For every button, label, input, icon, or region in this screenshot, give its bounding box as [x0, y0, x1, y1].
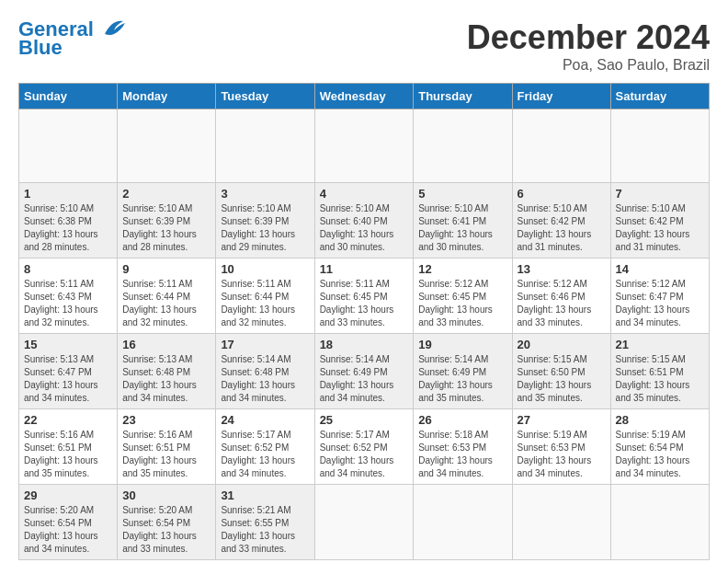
calendar-cell — [314, 109, 414, 183]
calendar-cell: 23Sunrise: 5:16 AM Sunset: 6:51 PM Dayli… — [118, 409, 216, 485]
calendar-cell — [414, 109, 512, 183]
calendar-cell: 27Sunrise: 5:19 AM Sunset: 6:53 PM Dayli… — [512, 409, 610, 485]
col-saturday: Saturday — [610, 84, 709, 109]
calendar-cell: 10Sunrise: 5:11 AM Sunset: 6:44 PM Dayli… — [216, 259, 314, 334]
day-number: 31 — [221, 488, 309, 502]
day-info: Sunrise: 5:10 AM Sunset: 6:39 PM Dayligh… — [221, 202, 309, 254]
logo-blue: Blue — [18, 37, 63, 59]
calendar-cell: 29Sunrise: 5:20 AM Sunset: 6:54 PM Dayli… — [19, 485, 118, 560]
day-info: Sunrise: 5:21 AM Sunset: 6:55 PM Dayligh… — [221, 504, 309, 556]
calendar-cell: 19Sunrise: 5:14 AM Sunset: 6:49 PM Dayli… — [414, 334, 512, 409]
day-number: 11 — [320, 262, 409, 276]
day-info: Sunrise: 5:18 AM Sunset: 6:53 PM Dayligh… — [418, 429, 506, 480]
calendar-cell: 1Sunrise: 5:10 AM Sunset: 6:38 PM Daylig… — [19, 183, 118, 259]
day-number: 30 — [122, 488, 210, 502]
calendar-week-row: 22Sunrise: 5:16 AM Sunset: 6:51 PM Dayli… — [19, 409, 710, 485]
day-number: 13 — [518, 262, 606, 276]
day-info: Sunrise: 5:12 AM Sunset: 6:45 PM Dayligh… — [418, 278, 506, 329]
day-info: Sunrise: 5:19 AM Sunset: 6:54 PM Dayligh… — [616, 429, 704, 480]
day-number: 19 — [418, 338, 506, 351]
calendar-cell — [610, 485, 709, 560]
col-monday: Monday — [118, 84, 216, 109]
day-number: 9 — [122, 262, 210, 276]
calendar-cell — [512, 485, 610, 560]
day-info: Sunrise: 5:11 AM Sunset: 6:44 PM Dayligh… — [221, 278, 309, 329]
day-number: 1 — [24, 187, 112, 201]
day-info: Sunrise: 5:12 AM Sunset: 6:47 PM Dayligh… — [616, 278, 704, 329]
day-info: Sunrise: 5:10 AM Sunset: 6:40 PM Dayligh… — [320, 202, 409, 254]
day-number: 10 — [221, 262, 309, 276]
day-info: Sunrise: 5:17 AM Sunset: 6:52 PM Dayligh… — [221, 429, 309, 480]
calendar-cell: 7Sunrise: 5:10 AM Sunset: 6:42 PM Daylig… — [610, 183, 709, 259]
day-number: 21 — [616, 338, 704, 351]
day-number: 2 — [122, 187, 210, 201]
day-number: 16 — [122, 338, 210, 351]
calendar-cell: 13Sunrise: 5:12 AM Sunset: 6:46 PM Dayli… — [512, 259, 610, 334]
day-number: 12 — [418, 262, 506, 276]
calendar-cell: 30Sunrise: 5:20 AM Sunset: 6:54 PM Dayli… — [118, 485, 216, 560]
calendar-cell: 18Sunrise: 5:14 AM Sunset: 6:49 PM Dayli… — [314, 334, 414, 409]
page-subtitle: Poa, Sao Paulo, Brazil — [467, 57, 710, 74]
day-number: 8 — [24, 262, 112, 276]
calendar-cell: 20Sunrise: 5:15 AM Sunset: 6:50 PM Dayli… — [512, 334, 610, 409]
calendar-week-row — [19, 109, 710, 183]
calendar-week-row: 8Sunrise: 5:11 AM Sunset: 6:43 PM Daylig… — [19, 259, 710, 334]
day-number: 22 — [24, 413, 112, 427]
calendar-cell — [314, 485, 414, 560]
calendar-week-row: 1Sunrise: 5:10 AM Sunset: 6:38 PM Daylig… — [19, 183, 710, 259]
day-number: 20 — [518, 338, 606, 351]
day-number: 17 — [221, 338, 309, 351]
day-number: 27 — [518, 413, 606, 427]
day-info: Sunrise: 5:13 AM Sunset: 6:48 PM Dayligh… — [122, 353, 210, 405]
col-friday: Friday — [512, 84, 610, 109]
calendar-cell: 26Sunrise: 5:18 AM Sunset: 6:53 PM Dayli… — [414, 409, 512, 485]
calendar-cell — [19, 109, 118, 183]
calendar-cell: 12Sunrise: 5:12 AM Sunset: 6:45 PM Dayli… — [414, 259, 512, 334]
col-sunday: Sunday — [19, 84, 118, 109]
day-info: Sunrise: 5:10 AM Sunset: 6:42 PM Dayligh… — [616, 202, 704, 254]
day-info: Sunrise: 5:14 AM Sunset: 6:49 PM Dayligh… — [418, 353, 506, 405]
day-number: 24 — [221, 413, 309, 427]
day-info: Sunrise: 5:11 AM Sunset: 6:45 PM Dayligh… — [320, 278, 409, 329]
day-info: Sunrise: 5:17 AM Sunset: 6:52 PM Dayligh… — [320, 429, 409, 480]
calendar-cell: 31Sunrise: 5:21 AM Sunset: 6:55 PM Dayli… — [216, 485, 314, 560]
day-info: Sunrise: 5:10 AM Sunset: 6:38 PM Dayligh… — [24, 202, 112, 254]
calendar-cell: 5Sunrise: 5:10 AM Sunset: 6:41 PM Daylig… — [414, 183, 512, 259]
title-block: December 2024 Poa, Sao Paulo, Brazil — [467, 18, 710, 74]
day-info: Sunrise: 5:20 AM Sunset: 6:54 PM Dayligh… — [122, 504, 210, 556]
day-info: Sunrise: 5:11 AM Sunset: 6:43 PM Dayligh… — [24, 278, 112, 329]
calendar-cell: 9Sunrise: 5:11 AM Sunset: 6:44 PM Daylig… — [118, 259, 216, 334]
day-info: Sunrise: 5:13 AM Sunset: 6:47 PM Dayligh… — [24, 353, 112, 405]
calendar-cell: 25Sunrise: 5:17 AM Sunset: 6:52 PM Dayli… — [314, 409, 414, 485]
page-title: December 2024 — [467, 18, 710, 57]
page-header: General Blue December 2024 Poa, Sao Paul… — [18, 18, 710, 74]
day-info: Sunrise: 5:14 AM Sunset: 6:48 PM Dayligh… — [221, 353, 309, 405]
calendar-cell: 16Sunrise: 5:13 AM Sunset: 6:48 PM Dayli… — [118, 334, 216, 409]
calendar-cell: 14Sunrise: 5:12 AM Sunset: 6:47 PM Dayli… — [610, 259, 709, 334]
col-thursday: Thursday — [414, 84, 512, 109]
day-number: 28 — [616, 413, 704, 427]
calendar-cell: 11Sunrise: 5:11 AM Sunset: 6:45 PM Dayli… — [314, 259, 414, 334]
calendar-week-row: 29Sunrise: 5:20 AM Sunset: 6:54 PM Dayli… — [19, 485, 710, 560]
day-number: 7 — [616, 187, 704, 201]
day-number: 4 — [320, 187, 409, 201]
day-number: 15 — [24, 338, 112, 351]
day-number: 5 — [418, 187, 506, 201]
day-number: 23 — [122, 413, 210, 427]
col-wednesday: Wednesday — [314, 84, 414, 109]
day-number: 29 — [24, 488, 112, 502]
calendar-cell: 15Sunrise: 5:13 AM Sunset: 6:47 PM Dayli… — [19, 334, 118, 409]
calendar-cell — [118, 109, 216, 183]
day-number: 3 — [221, 187, 309, 201]
calendar-cell: 22Sunrise: 5:16 AM Sunset: 6:51 PM Dayli… — [19, 409, 118, 485]
day-info: Sunrise: 5:10 AM Sunset: 6:39 PM Dayligh… — [122, 202, 210, 254]
calendar-cell: 3Sunrise: 5:10 AM Sunset: 6:39 PM Daylig… — [216, 183, 314, 259]
logo: General Blue — [18, 18, 125, 59]
calendar-cell — [216, 109, 314, 183]
day-info: Sunrise: 5:12 AM Sunset: 6:46 PM Dayligh… — [518, 278, 606, 329]
calendar-cell: 4Sunrise: 5:10 AM Sunset: 6:40 PM Daylig… — [314, 183, 414, 259]
day-info: Sunrise: 5:14 AM Sunset: 6:49 PM Dayligh… — [320, 353, 409, 405]
calendar-week-row: 15Sunrise: 5:13 AM Sunset: 6:47 PM Dayli… — [19, 334, 710, 409]
logo-bird-icon — [96, 17, 125, 38]
calendar-cell — [414, 485, 512, 560]
